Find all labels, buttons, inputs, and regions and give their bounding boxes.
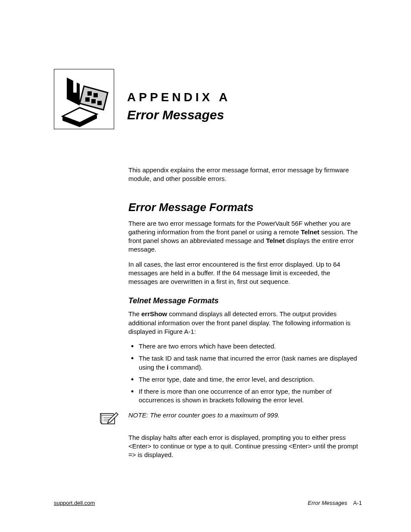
- list-item: If there is more than one occurrence of …: [128, 387, 361, 405]
- text-bold: Telnet: [266, 237, 284, 244]
- paragraph: There are two error message formats for …: [128, 219, 361, 254]
- footer-url: support.dell.com: [54, 500, 95, 506]
- book-device-icon: [54, 69, 114, 129]
- note-pencil-icon: [98, 410, 120, 427]
- bullet-list: There are two errors which have been det…: [128, 342, 361, 405]
- svg-rect-4: [85, 97, 90, 102]
- text: command).: [168, 364, 202, 371]
- content-area: This appendix explains the error message…: [128, 166, 361, 465]
- footer-page-number: A-1: [353, 500, 362, 506]
- section-heading-formats: Error Message Formats: [128, 201, 361, 214]
- header-block: APPENDIX A Error Messages: [54, 69, 230, 129]
- svg-rect-6: [97, 101, 102, 105]
- page-footer: support.dell.com Error Messages A-1: [54, 500, 362, 506]
- svg-rect-1: [73, 80, 77, 93]
- footer-section-name: Error Messages: [308, 500, 347, 506]
- header-text: APPENDIX A Error Messages: [127, 69, 230, 122]
- note-text: NOTE: The error counter goes to a maximu…: [128, 411, 280, 420]
- text-bold: errShow: [141, 310, 167, 317]
- svg-rect-3: [93, 93, 98, 97]
- appendix-label: APPENDIX A: [127, 90, 230, 104]
- paragraph: The display halts after each error is di…: [128, 433, 361, 460]
- appendix-title: Error Messages: [127, 108, 230, 122]
- footer-page-info: Error Messages A-1: [308, 500, 362, 506]
- list-item: The error type, date and time, the error…: [128, 375, 361, 384]
- paragraph: In all cases, the last error encountered…: [128, 260, 361, 286]
- note-row: NOTE: The error counter goes to a maximu…: [98, 411, 361, 427]
- list-item: The task ID and task name that incurred …: [128, 354, 361, 372]
- list-item: There are two errors which have been det…: [128, 342, 361, 351]
- intro-paragraph: This appendix explains the error message…: [128, 166, 361, 184]
- paragraph: The errShow command displays all detecte…: [128, 310, 361, 336]
- section-heading-telnet: Telnet Message Formats: [128, 296, 361, 305]
- svg-rect-5: [91, 99, 96, 103]
- svg-rect-2: [87, 91, 92, 96]
- text: The: [128, 310, 141, 317]
- text-bold: Telnet: [301, 228, 319, 236]
